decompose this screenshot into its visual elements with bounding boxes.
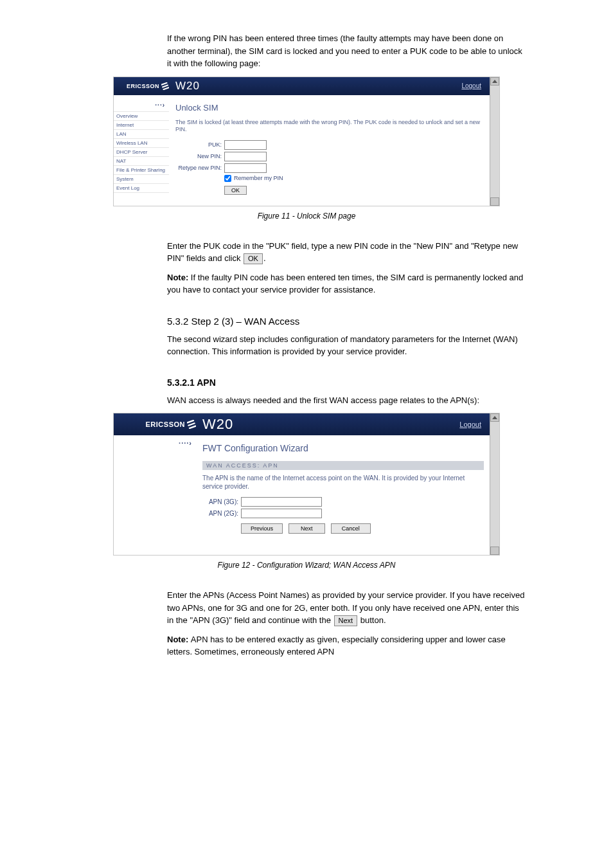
apn3g-input[interactable]	[241, 497, 322, 507]
sidebar-item-internet[interactable]: Internet	[114, 120, 169, 129]
remember-label: Remember my PIN	[234, 175, 283, 181]
brand-text: ERICSSON	[127, 83, 159, 89]
unlock-sim-screenshot: ERICSSON W20 Logout ···› Overview Intern…	[113, 77, 500, 206]
wan-apn-lead: The APN is the name of the Internet acce…	[202, 474, 484, 491]
unlock-sim-lead: The SIM is locked (at least three attemp…	[175, 119, 484, 134]
step-2-heading: 5.3.2 Step 2 (3) – WAN Access	[167, 316, 574, 327]
sidebar-item-eventlog[interactable]: Event Log	[114, 183, 169, 193]
puk-input[interactable]	[224, 140, 267, 150]
next-inline-button: Next	[334, 615, 358, 626]
product-title: W20	[172, 77, 461, 95]
ok-button[interactable]: OK	[224, 186, 247, 195]
scroll-up-icon	[492, 416, 497, 419]
brand-text: ERICSSON	[146, 420, 185, 428]
scroll-down-icon	[492, 549, 497, 552]
sidebar-item-lan[interactable]: LAN	[114, 129, 169, 138]
apn-sub-heading: 5.3.2.1 APN	[167, 377, 574, 388]
header-banner: ERICSSON W20 Logout	[114, 77, 490, 95]
retype-label: Retype new PIN:	[175, 165, 224, 171]
brand-cell: ERICSSON	[114, 77, 172, 95]
sidebar: ···› Overview Internet LAN Wireless LAN …	[114, 95, 169, 205]
intro-text: If the wrong PIN has been entered three …	[167, 32, 527, 70]
logout-link[interactable]: Logout	[461, 82, 481, 89]
header-banner: ERICSSON W20 Logout	[114, 413, 490, 435]
apn2g-input[interactable]	[241, 509, 322, 518]
unlock-sim-heading: Unlock SIM	[175, 103, 484, 113]
ericsson-logo-icon	[161, 82, 169, 90]
sidebar-item-fileprint[interactable]: File & Printer Sharing	[114, 165, 169, 174]
breadcrumb-dots-icon: ····›	[114, 435, 196, 449]
sidebar-item-overview[interactable]: Overview	[114, 111, 169, 120]
apn-intro: WAN access is always needed and the firs…	[167, 394, 527, 407]
apn2g-label: APN (2G):	[202, 510, 241, 517]
wizard-heading: FWT Configuration Wizard	[202, 443, 484, 453]
scrollbar[interactable]	[490, 413, 499, 555]
figure-12-caption: Figure 12 - Configuration Wizard; WAN Ac…	[114, 561, 499, 570]
step-2-intro: The second wizard step includes configur…	[167, 333, 527, 358]
svg-rect-1	[162, 84, 168, 87]
sidebar-item-nat[interactable]: NAT	[114, 156, 169, 165]
previous-button[interactable]: Previous	[241, 523, 283, 534]
ericsson-logo-icon	[187, 420, 196, 429]
wan-access-section-bar: WAN ACCESS: APN	[202, 461, 484, 470]
product-title: W20	[199, 413, 459, 435]
scroll-up-icon	[492, 80, 497, 83]
svg-rect-4	[188, 422, 195, 426]
retype-input[interactable]	[224, 163, 267, 173]
remember-checkbox[interactable]	[224, 175, 231, 182]
puk-label: PUK:	[175, 141, 224, 148]
sidebar-item-wlan[interactable]: Wireless LAN	[114, 138, 169, 147]
sidebar-item-system[interactable]: System	[114, 174, 169, 183]
brand-cell: ERICSSON	[114, 413, 199, 435]
logout-link[interactable]: Logout	[459, 420, 481, 428]
apn-note: Note: APN has to be entered exactly as g…	[167, 633, 527, 658]
sidebar-item-dhcp[interactable]: DHCP Server	[114, 147, 169, 156]
apn3g-label: APN (3G):	[202, 498, 241, 505]
scroll-down-icon	[492, 200, 497, 203]
next-button[interactable]: Next	[289, 523, 325, 534]
cancel-button[interactable]: Cancel	[331, 523, 371, 534]
newpin-label: New PIN:	[175, 153, 224, 159]
puk-instructions: Enter the PUK code in the "PUK" field, t…	[167, 240, 527, 265]
wan-apn-screenshot: ERICSSON W20 Logout ····› FWT Configurat…	[113, 413, 500, 556]
apn-instructions: Enter the APNs (Access Point Names) as p…	[167, 589, 527, 627]
ok-inline-button: OK	[244, 253, 263, 264]
puk-note: Note: If the faulty PIN code has been en…	[167, 271, 527, 296]
newpin-input[interactable]	[224, 152, 267, 161]
figure-11-caption: Figure 11 - Unlock SIM page	[114, 212, 499, 221]
scrollbar[interactable]	[490, 77, 499, 206]
breadcrumb-dots-icon: ···›	[114, 99, 169, 111]
